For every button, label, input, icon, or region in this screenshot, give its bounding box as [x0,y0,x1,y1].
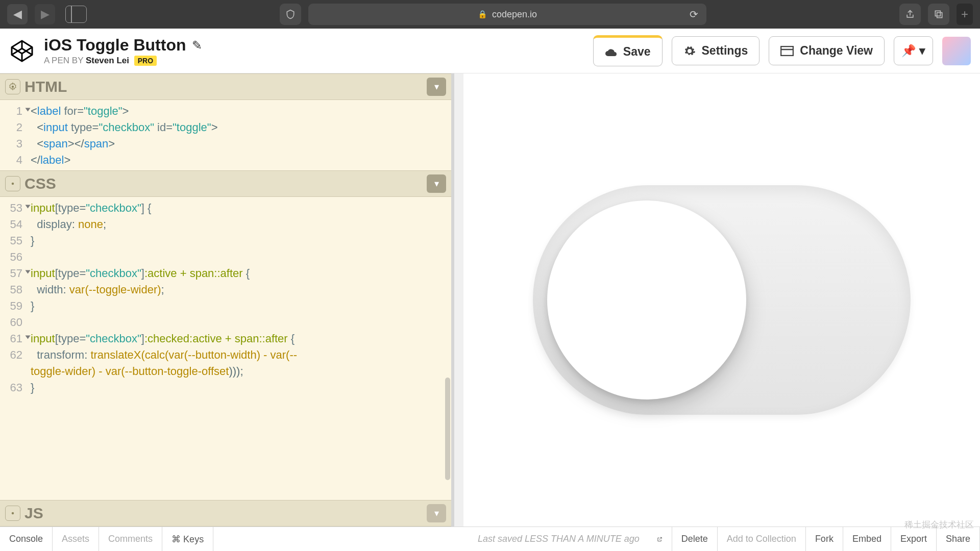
avatar[interactable] [942,37,971,65]
line-num: 57 [10,267,22,280]
assets-tab[interactable]: Assets [53,527,99,551]
ios-toggle-preview[interactable] [533,185,911,415]
change-view-button[interactable]: Change View [769,36,885,65]
pen-author[interactable]: Steven Lei [86,56,129,65]
nav-back-button[interactable]: ◀ [7,4,28,24]
fork-button[interactable]: Fork [806,527,843,551]
share-label: Share [946,534,970,544]
css-settings-icon[interactable] [5,176,20,191]
delete-button[interactable]: Delete [672,527,718,551]
val: var(--toggle-wider) [69,283,161,296]
open-external-icon[interactable] [648,527,672,551]
fold-icon[interactable] [26,108,31,112]
css-panel-head: CSS ▾ [0,170,451,197]
html-settings-icon[interactable] [5,79,20,94]
new-tab-button[interactable]: + [957,4,973,25]
save-button[interactable]: Save [593,35,663,66]
nav-forward-button[interactable]: ▶ [35,4,55,24]
br: { [144,202,151,214]
fold-icon[interactable] [26,336,31,339]
line-num: 60 [10,316,22,329]
reload-icon[interactable]: ⟳ [690,8,698,20]
line-num: 62 [10,348,22,361]
tag: span [43,137,68,150]
settings-label: Settings [702,44,748,58]
cloud-icon [605,47,617,57]
line-num: 56 [10,251,22,263]
str: "checkbox" [86,332,141,345]
edit-title-icon[interactable]: ✎ [192,38,202,53]
comments-tab[interactable]: Comments [99,527,162,551]
pen-by-prefix: A PEN BY [44,56,86,65]
eq: = [79,202,86,214]
html-collapse-button[interactable]: ▾ [427,78,446,96]
css-scrollbar[interactable] [444,202,450,495]
add-collection-button[interactable]: Add to Collection [718,527,806,551]
delete-label: Delete [681,534,708,544]
html-editor[interactable]: 1<label for="toggle"> 2 <input type="che… [0,100,451,170]
val: "checkbox" [99,121,154,134]
js-panel-title: JS [24,505,43,522]
editors-column: HTML ▾ 1<label for="toggle"> 2 <input ty… [0,73,454,527]
line-num: 61 [10,332,22,345]
attr: for [64,105,77,117]
svg-point-4 [12,86,14,88]
share-icon[interactable] [899,4,921,25]
val: ) - var( [92,365,125,378]
comments-label: Comments [108,534,153,544]
lock-icon: 🔒 [478,10,487,19]
vertical-resize-handle[interactable] [454,73,463,527]
export-label: Export [900,534,927,544]
str: "checkbox" [86,202,141,214]
br: } [31,234,34,247]
console-label: Console [9,534,43,544]
sidebar-toggle-icon[interactable] [65,6,87,23]
tag: label [40,154,64,166]
svg-rect-1 [937,13,942,18]
html-panel-title: HTML [24,78,67,95]
line-num: 55 [10,234,22,247]
embed-button[interactable]: Embed [843,527,891,551]
fold-icon[interactable] [26,270,31,274]
kw: ::after [214,267,242,280]
line-num: 2 [16,121,22,134]
css-editor[interactable]: 53input[type="checkbox"] { 54 display: n… [0,197,451,500]
settings-button[interactable]: Settings [672,36,760,65]
sel: input [31,267,55,280]
fold-icon[interactable] [26,205,31,209]
export-button[interactable]: Export [891,527,937,551]
tag: input [43,121,68,134]
browser-chrome: ◀ ▶ 🔒 codepen.io ⟳ + [0,0,980,29]
keys-tab[interactable]: ⌘ Keys [162,527,213,551]
pen-subtitle: A PEN BY Steven Lei PRO [44,56,584,66]
kw: ::after [259,332,287,345]
html-panel-head: HTML ▾ [0,73,451,100]
address-bar[interactable]: 🔒 codepen.io ⟳ [308,4,706,25]
svg-point-6 [12,512,14,515]
val: ))); [229,365,243,378]
js-collapse-button[interactable]: ▾ [427,504,446,522]
pin-dropdown-button[interactable]: 📌 ▾ [894,36,933,65]
chevron-down-icon: ▾ [919,44,925,58]
shield-icon[interactable] [280,4,301,25]
tag: span [84,137,109,150]
css-panel-title: CSS [24,175,56,192]
console-tab[interactable]: Console [0,527,53,551]
preview-pane [463,73,980,527]
codepen-logo-icon[interactable] [9,38,35,64]
tabs-icon[interactable] [928,4,949,25]
val: -- [289,348,297,361]
embed-label: Embed [852,534,881,544]
attr: type [58,332,80,345]
tag: label [37,105,61,117]
js-settings-icon[interactable] [5,506,20,521]
eq: = [79,267,86,280]
share-button[interactable]: Share [937,527,980,551]
app-header: iOS Toggle Button ✎ A PEN BY Steven Lei … [0,29,980,73]
css-collapse-button[interactable]: ▾ [427,174,446,193]
sel: span [190,267,214,280]
val: "toggle" [84,105,122,117]
address-domain: codepen.io [492,9,537,20]
val: none [78,218,103,231]
prop: display [37,218,71,231]
